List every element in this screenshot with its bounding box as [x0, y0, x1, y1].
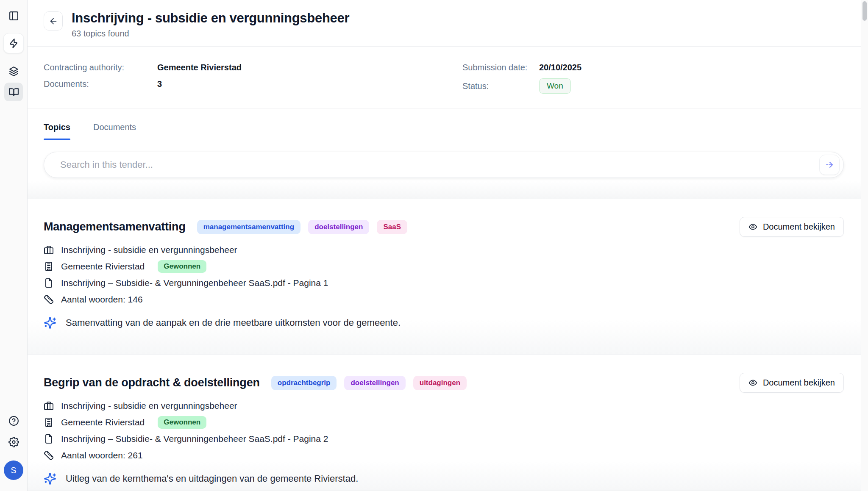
topic-card: Managementsamenvatting managementsamenva… — [28, 199, 861, 355]
topic-summary: Samenvatting van de aanpak en de drie me… — [66, 317, 401, 328]
documents-value: 3 — [157, 79, 162, 89]
authority-name: Gemeente Rivierstad — [61, 261, 145, 272]
submission-date-value: 20/10/2025 — [539, 63, 581, 72]
submission-date-label: Submission date: — [462, 63, 539, 72]
view-document-label: Document bekijken — [763, 378, 835, 388]
authority-row: Gemeente Rivierstad Gewonnen — [44, 417, 844, 428]
settings-button[interactable] — [4, 433, 23, 451]
layers-icon — [8, 66, 19, 77]
topic-meta: Inschrijving - subsidie en vergunningsbe… — [44, 244, 844, 305]
info-right-column: Submission date: 20/10/2025 Status: Won — [462, 62, 581, 108]
tender-name: Inschrijving - subsidie en vergunningsbe… — [61, 401, 237, 411]
view-document-button[interactable]: Document bekijken — [740, 217, 844, 237]
document-name: Inschrijving – Subsidie- & Vergunningenb… — [61, 278, 328, 288]
tabs-and-search-section: Topics Documents — [28, 108, 861, 199]
authority-row: Gemeente Rivierstad Gewonnen — [44, 261, 844, 272]
status-label: Status: — [462, 81, 539, 91]
documents-count-row: Documents: 3 — [44, 78, 462, 89]
sparkles-icon — [44, 472, 56, 485]
vertical-scrollbar[interactable] — [861, 0, 868, 491]
document-row: Inschrijving – Subsidie- & Vergunningenb… — [44, 277, 844, 288]
building-icon — [44, 261, 54, 272]
topic-tags: managementsamenvatting doelstellingen Sa… — [197, 220, 407, 234]
page-header: Inschrijving - subsidie en vergunningsbe… — [28, 0, 861, 47]
documents-label: Documents: — [44, 79, 157, 89]
tab-documents[interactable]: Documents — [93, 122, 136, 140]
tender-info-strip: Contracting authority: Gemeente Rivierst… — [28, 47, 861, 108]
briefcase-icon — [44, 401, 54, 411]
topic-tag: managementsamenvatting — [197, 220, 300, 234]
ruler-icon — [44, 450, 54, 460]
book-open-icon — [8, 87, 19, 97]
sidebar-item-library[interactable] — [4, 83, 23, 101]
arrow-left-icon — [49, 17, 58, 26]
word-count: Aantal woorden: 261 — [61, 450, 143, 460]
topic-summary-row: Uitleg van de kernthema's en uitdagingen… — [44, 472, 844, 485]
topic-tags: opdrachtbegrip doelstellingen uitdaginge… — [271, 376, 467, 390]
contracting-authority-label: Contracting authority: — [44, 63, 157, 72]
tab-bar: Topics Documents — [44, 122, 844, 140]
user-avatar[interactable]: S — [4, 460, 23, 480]
document-name: Inschrijving – Subsidie- & Vergunningenb… — [61, 434, 328, 444]
word-count-row: Aantal woorden: 146 — [44, 294, 844, 305]
topic-summary-row: Samenvatting van de aanpak en de drie me… — [44, 316, 844, 329]
gear-icon — [8, 437, 19, 447]
word-count: Aantal woorden: 146 — [61, 294, 143, 305]
search-input[interactable] — [60, 159, 819, 170]
zap-icon — [8, 38, 19, 49]
back-button[interactable] — [44, 11, 63, 31]
tender-name-row: Inschrijving - subsidie en vergunningsbe… — [44, 244, 844, 255]
topic-meta: Inschrijving - subsidie en vergunningsbe… — [44, 400, 844, 461]
topic-card-head: Managementsamenvatting managementsamenva… — [44, 217, 844, 237]
status-row: Status: Won — [462, 78, 581, 94]
main-content: Inschrijving - subsidie en vergunningsbe… — [28, 0, 861, 491]
scrollbar-thumb[interactable] — [862, 1, 867, 21]
file-icon — [44, 278, 54, 288]
topic-card: Begrip van de opdracht & doelstellingen … — [28, 355, 861, 491]
topics-count: 63 topics found — [72, 29, 349, 39]
won-badge: Gewonnen — [158, 416, 206, 429]
ruler-icon — [44, 294, 54, 305]
document-row: Inschrijving – Subsidie- & Vergunningenb… — [44, 433, 844, 444]
contracting-authority-row: Contracting authority: Gemeente Rivierst… — [44, 62, 462, 73]
submission-date-row: Submission date: 20/10/2025 — [462, 62, 581, 73]
quick-action-button[interactable] — [3, 33, 24, 53]
topic-title: Begrip van de opdracht & doelstellingen — [44, 376, 260, 389]
status-badge: Won — [539, 78, 571, 94]
won-badge: Gewonnen — [158, 260, 206, 273]
eye-icon — [748, 222, 757, 231]
sidebar-toggle-button[interactable] — [4, 6, 23, 25]
briefcase-icon — [44, 245, 54, 255]
topic-card-head: Begrip van de opdracht & doelstellingen … — [44, 373, 844, 393]
topic-tag: doelstellingen — [344, 376, 405, 390]
help-button[interactable] — [4, 411, 23, 430]
sidebar-item-collections[interactable] — [4, 62, 23, 80]
view-document-button[interactable]: Document bekijken — [740, 373, 844, 393]
panel-left-icon — [8, 11, 19, 21]
topic-tag: doelstellingen — [308, 220, 369, 234]
topic-title: Managementsamenvatting — [44, 220, 186, 233]
view-document-label: Document bekijken — [763, 222, 835, 232]
info-left-column: Contracting authority: Gemeente Rivierst… — [44, 62, 462, 108]
topic-tag: SaaS — [377, 220, 407, 234]
arrow-right-icon — [824, 160, 835, 170]
search-submit-button[interactable] — [819, 155, 840, 175]
header-titles: Inschrijving - subsidie en vergunningsbe… — [72, 11, 349, 39]
eye-icon — [748, 378, 757, 387]
icon-sidebar: S — [0, 0, 28, 491]
help-circle-icon — [8, 416, 19, 426]
topic-summary: Uitleg van de kernthema's en uitdagingen… — [66, 473, 358, 484]
building-icon — [44, 417, 54, 427]
sparkles-icon — [44, 316, 56, 329]
search-bar — [44, 152, 844, 178]
contracting-authority-value: Gemeente Rivierstad — [157, 63, 242, 72]
authority-name: Gemeente Rivierstad — [61, 417, 145, 427]
tab-topics[interactable]: Topics — [44, 122, 70, 140]
app-window: S Inschrijving - subsidie en vergunnings… — [0, 0, 868, 491]
file-icon — [44, 434, 54, 444]
page-title: Inschrijving - subsidie en vergunningsbe… — [72, 11, 349, 26]
topic-tag: opdrachtbegrip — [271, 376, 337, 390]
tender-name-row: Inschrijving - subsidie en vergunningsbe… — [44, 400, 844, 411]
topic-tag: uitdagingen — [413, 376, 467, 390]
word-count-row: Aantal woorden: 261 — [44, 450, 844, 461]
